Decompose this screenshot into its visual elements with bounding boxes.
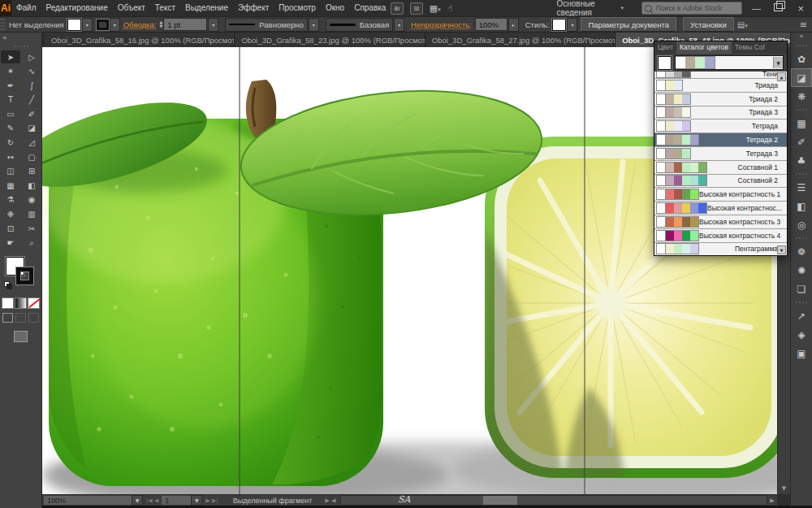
color-swatch[interactable] bbox=[674, 94, 682, 104]
width-profile-dropdown[interactable]: ▾ bbox=[309, 18, 319, 32]
direct-selection-tool[interactable]: ▷ bbox=[22, 50, 41, 63]
harmony-rule-row[interactable]: Высокая контрастность 3 bbox=[654, 215, 787, 229]
menu-item[interactable]: Объект bbox=[113, 0, 150, 16]
shape-builder-tool[interactable]: ◫ bbox=[1, 165, 20, 178]
harmony-rule-row[interactable]: Составной 1 bbox=[654, 161, 787, 175]
row-swatches[interactable] bbox=[666, 134, 699, 145]
color-swatch[interactable] bbox=[682, 121, 690, 131]
control-bar-grip[interactable] bbox=[0, 17, 6, 32]
stroke-width-dropdown[interactable]: ▾ bbox=[208, 18, 218, 32]
row-base-swatch[interactable] bbox=[656, 80, 666, 91]
fill-color-swatch[interactable] bbox=[67, 19, 81, 31]
base-color-swatch[interactable] bbox=[658, 56, 672, 70]
lasso-tool[interactable]: ∿ bbox=[22, 65, 41, 78]
color-swatch[interactable] bbox=[682, 72, 690, 77]
row-swatches[interactable] bbox=[666, 230, 699, 241]
color-swatch[interactable] bbox=[666, 189, 674, 199]
scroll-down-icon[interactable]: ▼ bbox=[778, 485, 790, 492]
menu-item[interactable]: Редактирование bbox=[41, 0, 113, 16]
row-swatches[interactable] bbox=[666, 120, 691, 132]
row-swatches[interactable] bbox=[666, 80, 683, 91]
status-pan-arrows[interactable]: ▶ ◀ bbox=[325, 497, 335, 504]
row-swatches[interactable] bbox=[666, 106, 691, 118]
color-swatch[interactable] bbox=[666, 121, 674, 131]
gradient-icon[interactable]: ◧ bbox=[791, 197, 812, 215]
stroke-link[interactable]: Обводка: bbox=[123, 20, 157, 29]
panel-tab[interactable]: Темы Col bbox=[732, 41, 768, 54]
draw-behind-icon[interactable] bbox=[15, 313, 26, 323]
column-graph-tool[interactable]: ▥ bbox=[22, 208, 41, 221]
graphic-styles-icon[interactable]: ❏ bbox=[791, 280, 812, 298]
transparency-icon[interactable]: ◎ bbox=[791, 215, 812, 234]
slice-tool[interactable]: ✂ bbox=[22, 222, 41, 235]
horizontal-scroll-thumb[interactable] bbox=[483, 496, 517, 505]
menu-item[interactable]: Эффект bbox=[233, 0, 274, 16]
color-swatch[interactable] bbox=[674, 189, 682, 199]
color-swatch[interactable] bbox=[666, 149, 674, 158]
row-swatches[interactable] bbox=[666, 216, 699, 228]
artboards-icon[interactable]: ▣ bbox=[791, 344, 812, 363]
selection-tool[interactable]: ➤ bbox=[1, 50, 20, 63]
row-swatches[interactable] bbox=[666, 162, 707, 173]
brush-combo[interactable]: Базовая bbox=[326, 18, 393, 32]
restore-button[interactable] bbox=[771, 3, 786, 13]
harmony-dropdown-icon[interactable]: ▼ bbox=[773, 57, 783, 68]
rotate-tool[interactable]: ↻ bbox=[1, 137, 20, 150]
row-swatches[interactable] bbox=[666, 72, 691, 78]
color-swatch[interactable] bbox=[690, 244, 698, 254]
color-swatch[interactable] bbox=[690, 135, 698, 145]
dock-group-grip[interactable] bbox=[791, 106, 812, 114]
asset-export-icon[interactable]: ↗ bbox=[791, 306, 812, 325]
share-screen-icon[interactable]: ☝ bbox=[447, 3, 453, 14]
color-swatch[interactable] bbox=[674, 149, 682, 158]
harmony-rule-combo[interactable]: ▼ bbox=[675, 55, 784, 70]
dock-expand-button[interactable]: « bbox=[791, 33, 812, 41]
row-swatches[interactable] bbox=[666, 148, 691, 159]
scroll-right-icon[interactable]: ▶ bbox=[767, 497, 777, 504]
color-swatch[interactable] bbox=[690, 176, 698, 185]
next-last-artboard[interactable]: ▶ ▶| bbox=[205, 497, 218, 504]
bridge-icon[interactable]: Br bbox=[391, 2, 404, 15]
color-swatch[interactable] bbox=[698, 176, 706, 185]
eraser-tool[interactable]: ◪ bbox=[22, 122, 41, 135]
row-base-swatch[interactable] bbox=[656, 120, 666, 132]
panel-tab[interactable]: Каталог цветов bbox=[676, 41, 732, 54]
layers-icon[interactable]: ◈ bbox=[791, 325, 812, 344]
paintbrush-tool[interactable]: ✐ bbox=[22, 107, 41, 120]
document-setup-button[interactable]: Параметры документа bbox=[581, 17, 676, 32]
harmony-rule-row[interactable]: Тетрада 2 bbox=[654, 133, 787, 147]
color-swatch[interactable] bbox=[682, 203, 690, 213]
color-swatch[interactable] bbox=[666, 135, 674, 145]
stock-icon[interactable]: St bbox=[410, 2, 423, 15]
draw-normal-icon[interactable] bbox=[2, 313, 13, 323]
menu-item[interactable]: Окно bbox=[321, 0, 349, 16]
row-base-swatch[interactable] bbox=[656, 202, 666, 214]
stroke-swatch[interactable] bbox=[16, 267, 33, 284]
stroke-color-swatch[interactable] bbox=[97, 20, 109, 30]
color-swatch[interactable] bbox=[682, 217, 690, 227]
row-base-swatch[interactable] bbox=[656, 175, 666, 186]
symbol-sprayer-tool[interactable]: ❉ bbox=[1, 208, 20, 221]
fill-dropdown[interactable]: ▾ bbox=[82, 18, 93, 32]
color-swatch[interactable] bbox=[674, 231, 682, 241]
stock-search[interactable] bbox=[641, 2, 742, 15]
color-swatch[interactable] bbox=[674, 244, 682, 254]
opacity-link[interactable]: Непрозрачность: bbox=[411, 20, 472, 29]
row-swatches[interactable] bbox=[666, 175, 707, 186]
color-swatch[interactable] bbox=[682, 244, 690, 254]
screen-mode-button[interactable] bbox=[14, 331, 28, 342]
row-base-swatch[interactable] bbox=[656, 243, 666, 254]
width-profile-combo[interactable]: Равномерно bbox=[225, 18, 308, 32]
color-swatch[interactable] bbox=[674, 121, 682, 131]
color-swatch[interactable] bbox=[674, 176, 682, 185]
stroke-dropdown[interactable]: ▾ bbox=[110, 18, 120, 32]
style-swatch[interactable] bbox=[552, 19, 566, 31]
color-swatch[interactable] bbox=[674, 107, 682, 117]
color-swatch[interactable] bbox=[674, 135, 682, 145]
line-segment-tool[interactable]: ╱ bbox=[22, 93, 41, 106]
color-guide-icon[interactable]: ◪ bbox=[791, 68, 812, 87]
document-tab[interactable]: Oboi_3D_Grafika_58_23.jpg @ 100% (RGB/Пр… bbox=[235, 33, 425, 47]
pen-tool[interactable]: ✒ bbox=[1, 79, 20, 92]
shaper-tool[interactable]: ✎ bbox=[1, 122, 20, 135]
mesh-tool[interactable]: ▦ bbox=[1, 179, 20, 192]
